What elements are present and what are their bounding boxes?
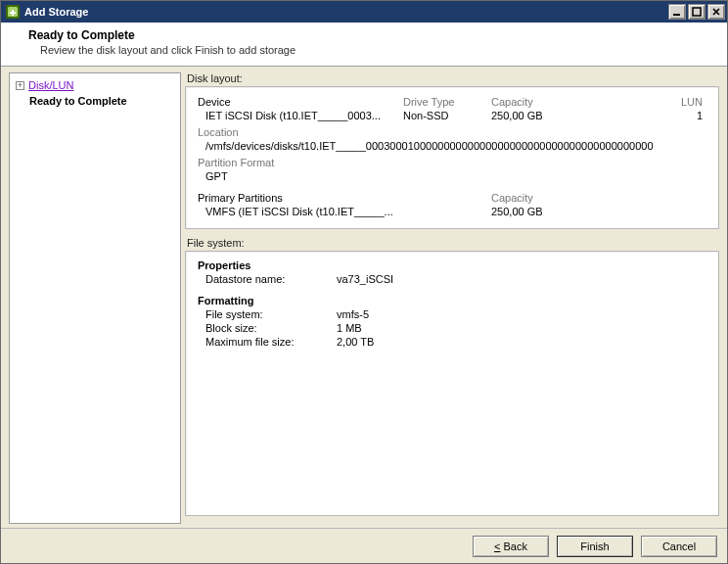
add-storage-window: Add Storage Ready to Complete Review the… bbox=[0, 0, 728, 564]
col-capacity: Capacity bbox=[491, 95, 609, 109]
device-drivetype: Non-SSD bbox=[403, 109, 491, 122]
page-subtitle: Review the disk layout and click Finish … bbox=[40, 44, 717, 56]
nav-link-disk-lun[interactable]: Disk/LUN bbox=[28, 79, 73, 91]
pp-capacity-label: Capacity bbox=[491, 191, 708, 205]
vsphere-icon bbox=[5, 4, 21, 20]
finish-button[interactable]: Finish bbox=[557, 536, 633, 557]
partition-format-label: Partition Format bbox=[198, 153, 708, 169]
location-label: Location bbox=[198, 122, 708, 139]
col-lun: LUN bbox=[609, 95, 708, 109]
fs-type-label: File system: bbox=[205, 308, 333, 320]
file-system-group: File system: Properties Datastore name: … bbox=[185, 237, 719, 516]
fs-type-value: vmfs-5 bbox=[337, 308, 708, 320]
formatting-heading: Formatting bbox=[198, 295, 708, 306]
device-lun: 1 bbox=[609, 109, 708, 122]
titlebar: Add Storage bbox=[1, 1, 727, 23]
window-title: Add Storage bbox=[24, 6, 88, 18]
partition-format-value: GPT bbox=[198, 169, 708, 183]
disk-layout-group: Disk layout: Device Drive Type Capacity … bbox=[185, 72, 719, 229]
disk-layout-label: Disk layout: bbox=[185, 72, 719, 86]
maximize-button[interactable] bbox=[688, 4, 705, 20]
wizard-header: Ready to Complete Review the disk layout… bbox=[1, 23, 727, 67]
wizard-content: Disk layout: Device Drive Type Capacity … bbox=[185, 72, 719, 524]
block-size-value: 1 MB bbox=[337, 322, 708, 334]
close-button[interactable] bbox=[707, 4, 725, 20]
device-name: IET iSCSI Disk (t10.IET_____0003... bbox=[198, 109, 403, 122]
disk-layout-box: Device Drive Type Capacity LUN IET iSCSI… bbox=[185, 86, 719, 229]
col-drivetype: Drive Type bbox=[403, 95, 491, 109]
device-capacity: 250,00 GB bbox=[491, 109, 609, 122]
primary-partitions-table: Primary Partitions Capacity VMFS (IET iS… bbox=[198, 191, 708, 218]
page-title: Ready to Complete bbox=[28, 28, 717, 42]
pp-capacity: 250,00 GB bbox=[491, 205, 708, 218]
pp-name: VMFS (IET iSCSI Disk (t10.IET_____... bbox=[198, 205, 491, 218]
nav-item-disk-lun[interactable]: + Disk/LUN bbox=[16, 79, 174, 93]
file-system-label: File system: bbox=[185, 237, 719, 251]
col-device: Device bbox=[198, 95, 403, 109]
back-button[interactable]: < Back bbox=[473, 536, 549, 557]
max-file-size-label: Maximum file size: bbox=[205, 336, 333, 348]
svg-rect-2 bbox=[673, 14, 680, 16]
wizard-body: + Disk/LUN Ready to Complete Disk layout… bbox=[1, 67, 727, 528]
nav-item-ready: Ready to Complete bbox=[29, 95, 174, 107]
ds-name-value: va73_iSCSI bbox=[337, 273, 708, 285]
device-table: Device Drive Type Capacity LUN IET iSCSI… bbox=[198, 95, 708, 183]
ds-name-label: Datastore name: bbox=[205, 273, 333, 285]
primary-partitions-label: Primary Partitions bbox=[198, 191, 403, 205]
primary-partition-row: VMFS (IET iSCSI Disk (t10.IET_____... 25… bbox=[198, 205, 708, 218]
tree-expander-icon[interactable]: + bbox=[16, 81, 24, 90]
block-size-label: Block size: bbox=[205, 322, 333, 334]
max-file-size-value: 2,00 TB bbox=[337, 336, 708, 348]
location-value: /vmfs/devices/disks/t10.IET_____00030001… bbox=[198, 139, 708, 153]
minimize-button[interactable] bbox=[668, 4, 686, 20]
cancel-button[interactable]: Cancel bbox=[641, 536, 717, 557]
file-system-box: Properties Datastore name: va73_iSCSI Fo… bbox=[185, 251, 719, 516]
wizard-nav: + Disk/LUN Ready to Complete bbox=[9, 72, 181, 524]
wizard-button-bar: < Back Finish Cancel bbox=[1, 528, 727, 563]
svg-rect-3 bbox=[693, 8, 701, 16]
device-row: IET iSCSI Disk (t10.IET_____0003... Non-… bbox=[198, 109, 708, 122]
properties-heading: Properties bbox=[198, 259, 708, 271]
